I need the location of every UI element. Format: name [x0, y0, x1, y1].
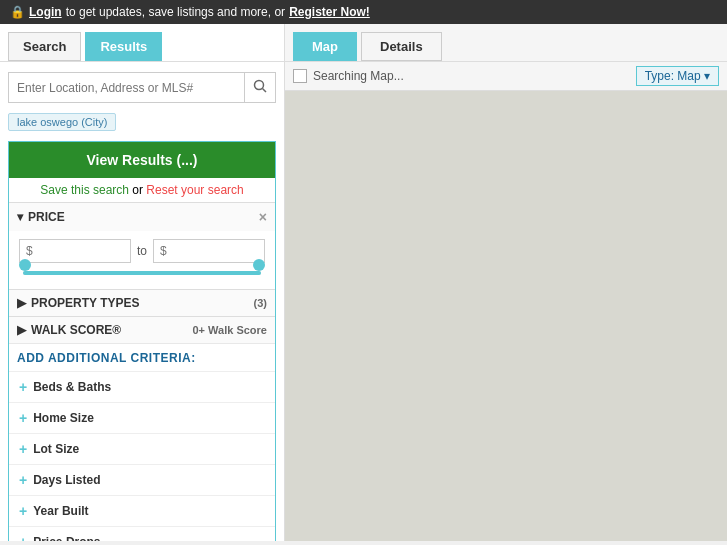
criteria-lot-size[interactable]: + Lot Size [9, 433, 275, 464]
plus-icon-beds: + [19, 379, 27, 395]
property-types-section-header[interactable]: ▶ PROPERTY TYPES (3) [9, 289, 275, 316]
separator: or [132, 183, 146, 197]
svg-line-1 [263, 89, 267, 93]
criteria-year-built[interactable]: + Year Built [9, 495, 275, 526]
svg-point-0 [255, 81, 264, 90]
slider-track [23, 271, 261, 275]
price-min-input[interactable] [26, 244, 124, 258]
map-canvas [285, 91, 727, 541]
price-slider[interactable] [19, 263, 265, 281]
price-max-input[interactable] [160, 244, 258, 258]
map-status-bar: Searching Map... Type: Map ▾ [285, 62, 727, 91]
type-map-button[interactable]: Type: Map ▾ [636, 66, 719, 86]
search-input-wrap [8, 72, 276, 103]
criteria-label-days: Days Listed [33, 473, 100, 487]
login-banner: 🔒 Login to get updates, save listings an… [0, 0, 727, 24]
price-min-input-wrap [19, 239, 131, 263]
view-results-button[interactable]: View Results (...) [9, 142, 275, 178]
additional-criteria-title: ADD ADDITIONAL CRITERIA: [17, 351, 196, 365]
property-types-title: PROPERTY TYPES [31, 296, 139, 310]
price-section-header[interactable]: ▾ PRICE × [9, 202, 275, 231]
walk-score-chevron-icon: ▶ [17, 323, 26, 337]
plus-icon-lot: + [19, 441, 27, 457]
slider-thumb-left[interactable] [19, 259, 31, 271]
map-icon-box [293, 69, 307, 83]
right-tab-bar: Map Details [285, 24, 727, 62]
banner-text: to get updates, save listings and more, … [66, 5, 285, 19]
walk-score-section-header[interactable]: ▶ WALK SCORE® 0+ Walk Score [9, 316, 275, 343]
map-status-text: Searching Map... [313, 69, 404, 83]
tab-details[interactable]: Details [361, 32, 442, 61]
walk-score-title: WALK SCORE® [31, 323, 121, 337]
criteria-beds-baths[interactable]: + Beds & Baths [9, 371, 275, 402]
price-section-left: ▾ PRICE [17, 210, 65, 224]
criteria-label-lot: Lot Size [33, 442, 79, 456]
price-to-label: to [137, 244, 147, 258]
property-types-left: ▶ PROPERTY TYPES [17, 296, 139, 310]
walk-score-badge: 0+ Walk Score [193, 324, 268, 336]
main-layout: Search Results lake oswego (City) View R… [0, 24, 727, 541]
save-search-link[interactable]: Save this search [40, 183, 129, 197]
lock-icon: 🔒 [10, 5, 25, 19]
price-section-title: PRICE [28, 210, 65, 224]
slider-thumb-right[interactable] [253, 259, 265, 271]
walk-score-left: ▶ WALK SCORE® [17, 323, 121, 337]
additional-criteria-header: ADD ADDITIONAL CRITERIA: [9, 343, 275, 371]
plus-icon-year: + [19, 503, 27, 519]
plus-icon-home: + [19, 410, 27, 426]
plus-icon-price-drops: + [19, 534, 27, 541]
tab-map[interactable]: Map [293, 32, 357, 61]
search-input[interactable] [9, 74, 244, 102]
criteria-days-listed[interactable]: + Days Listed [9, 464, 275, 495]
criteria-home-size[interactable]: + Home Size [9, 402, 275, 433]
location-tag[interactable]: lake oswego (City) [8, 113, 116, 131]
right-panel: Map Details Searching Map... Type: Map ▾ [285, 24, 727, 541]
price-chevron-icon: ▾ [17, 210, 23, 224]
criteria-label-price-drops: Price Drops [33, 535, 100, 541]
criteria-label-home: Home Size [33, 411, 94, 425]
tab-results[interactable]: Results [85, 32, 162, 61]
reset-search-link[interactable]: Reset your search [146, 183, 243, 197]
slider-fill [23, 271, 261, 275]
criteria-label-year: Year Built [33, 504, 88, 518]
criteria-price-drops[interactable]: + Price Drops [9, 526, 275, 541]
price-close-icon[interactable]: × [259, 209, 267, 225]
price-range: to [9, 231, 275, 289]
price-inputs: to [19, 239, 265, 263]
login-link[interactable]: Login [29, 5, 62, 19]
search-button[interactable] [244, 73, 275, 102]
property-types-badge: (3) [254, 297, 267, 309]
search-icon [253, 79, 267, 93]
register-link[interactable]: Register Now! [289, 5, 370, 19]
search-area [0, 62, 284, 109]
left-panel: Search Results lake oswego (City) View R… [0, 24, 285, 541]
plus-icon-days: + [19, 472, 27, 488]
left-tab-bar: Search Results [0, 24, 284, 62]
price-max-input-wrap [153, 239, 265, 263]
filter-panel: View Results (...) Save this search or R… [8, 141, 276, 541]
criteria-label-beds: Beds & Baths [33, 380, 111, 394]
property-types-chevron-icon: ▶ [17, 296, 26, 310]
save-reset-row: Save this search or Reset your search [9, 178, 275, 202]
tab-search[interactable]: Search [8, 32, 81, 61]
